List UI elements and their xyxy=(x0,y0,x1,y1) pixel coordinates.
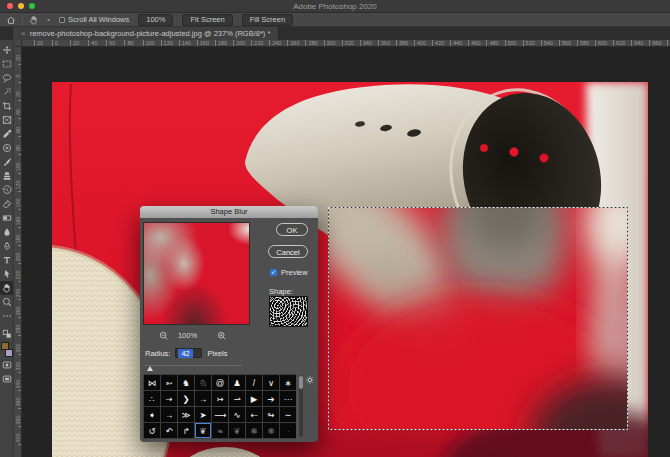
color-swatches[interactable] xyxy=(1,342,13,357)
lasso-tool[interactable] xyxy=(0,71,13,85)
shape-option-heavy-arrow[interactable]: ➔ xyxy=(263,391,279,406)
type-tool[interactable] xyxy=(0,253,13,267)
shape-option-double-chevron-arrow[interactable]: ≫ xyxy=(178,407,194,422)
crop-tool[interactable] xyxy=(0,99,13,113)
shape-option-ornament-5[interactable]: ❋ xyxy=(263,423,279,438)
slider-thumb[interactable] xyxy=(147,366,153,371)
shape-option-triangle-arrow[interactable]: ▶ xyxy=(246,391,262,406)
default-colors[interactable] xyxy=(0,327,13,341)
v-ruler-tick xyxy=(18,245,21,246)
zoom-tool[interactable] xyxy=(0,295,13,309)
fit-screen-button[interactable]: Fit Screen xyxy=(182,14,232,26)
cancel-button[interactable]: Cancel xyxy=(268,245,308,258)
eraser-tool[interactable] xyxy=(0,197,13,211)
shape-option-dashed-arrow[interactable]: ⇢ xyxy=(161,391,177,406)
shape-option-half-arrow[interactable]: ⇀ xyxy=(229,391,245,406)
shape-option-bone[interactable]: ⋈ xyxy=(144,375,160,390)
shape-option-paw-print[interactable]: ∗ xyxy=(280,375,296,390)
shape-option-fish-arrow[interactable]: ➳ xyxy=(161,375,177,390)
shape-grid-scrollbar[interactable] xyxy=(299,375,303,437)
gradient-tool[interactable] xyxy=(0,211,13,225)
path-selection-tool[interactable] xyxy=(0,267,13,281)
shape-option-dashes[interactable]: ⋯ xyxy=(280,391,296,406)
magic-wand-tool[interactable] xyxy=(0,85,13,99)
zoom-100-button[interactable]: 100% xyxy=(138,14,173,26)
h-ruler-label: 360 xyxy=(378,40,390,47)
gear-icon[interactable] xyxy=(305,375,315,385)
shape-option-ornament-3[interactable]: ❦ xyxy=(229,423,245,438)
document-tab-bar: × remove-photoshop-background-picture-ad… xyxy=(0,27,670,40)
fill-screen-button[interactable]: Fill Screen xyxy=(242,14,293,26)
zoom-in-icon[interactable] xyxy=(217,331,227,343)
home-icon[interactable] xyxy=(5,14,17,26)
h-ruler-label: 500 xyxy=(505,40,517,47)
h-ruler-label: 340 xyxy=(360,40,372,47)
hand-tool-icon[interactable] xyxy=(28,14,40,26)
window-title: Adobe Photoshop 2020 xyxy=(0,2,670,11)
radius-slider[interactable] xyxy=(145,365,242,371)
h-ruler-label: 660 xyxy=(649,40,661,47)
shape-option-paw-print-2[interactable]: ∴ xyxy=(144,391,160,406)
preview-checkbox[interactable]: ✓ xyxy=(270,269,277,276)
shape-label: Shape: xyxy=(269,287,293,296)
shape-option-wide-block-arrow[interactable]: ➤ xyxy=(195,407,211,422)
preview-option[interactable]: ✓ Preview xyxy=(270,268,308,277)
v-ruler-tick xyxy=(18,118,21,119)
shape-option-block-arrow[interactable]: ➧ xyxy=(144,407,160,422)
scrollbar-thumb[interactable] xyxy=(299,376,303,389)
screen-mode-button[interactable] xyxy=(0,372,13,386)
blur-tool[interactable] xyxy=(0,225,13,239)
brush-tool[interactable] xyxy=(0,155,13,169)
shape-option-curve-arrow-cw[interactable]: ↶ xyxy=(161,423,177,438)
h-ruler-label: 60 xyxy=(106,40,115,47)
v-ruler-label: 220 xyxy=(15,269,21,281)
shape-option-wave[interactable]: ∼ xyxy=(280,407,296,422)
foreground-color-swatch[interactable] xyxy=(1,342,9,350)
pen-tool[interactable] xyxy=(0,239,13,253)
shape-option-chevron[interactable]: ❯ xyxy=(178,391,194,406)
scroll-all-windows-checkbox[interactable] xyxy=(59,17,65,23)
chevron-down-icon[interactable] xyxy=(45,14,52,26)
shape-option-long-arrow[interactable]: ⟶ xyxy=(212,407,228,422)
scroll-all-windows-option[interactable]: Scroll All Windows xyxy=(59,15,129,24)
shape-option-thin-arrow[interactable]: → xyxy=(195,391,211,406)
shape-option-hook-arrow[interactable]: ↬ xyxy=(263,407,279,422)
shape-option-cat[interactable]: ♞ xyxy=(178,375,194,390)
close-tab-icon[interactable]: × xyxy=(21,29,26,38)
shape-option-short-arrow[interactable]: → xyxy=(161,407,177,422)
slider-track xyxy=(145,365,242,366)
shape-option-slash[interactable]: / xyxy=(246,375,262,390)
eyedropper-tool[interactable] xyxy=(0,127,13,141)
history-brush-tool[interactable] xyxy=(0,183,13,197)
shape-option-dashed-arrow-left[interactable]: ⇠ xyxy=(246,407,262,422)
shape-option-corner-arrow[interactable]: ↱ xyxy=(178,423,194,438)
edit-toolbar[interactable] xyxy=(0,309,13,323)
move-tool[interactable] xyxy=(0,43,13,57)
h-ruler-label: 120 xyxy=(161,40,173,47)
hand-tool[interactable] xyxy=(0,281,13,295)
shape-option-bird[interactable]: ∨ xyxy=(263,375,279,390)
shape-option-arrow-tail[interactable]: ↣ xyxy=(212,391,228,406)
background-color-swatch[interactable] xyxy=(5,349,13,357)
shape-option-curve-arrow-ccw[interactable]: ↺ xyxy=(144,423,160,438)
shape-option-wave-dashes[interactable]: ∿ xyxy=(229,407,245,422)
shape-option-ornament-1[interactable]: ❦ xyxy=(195,423,211,438)
v-ruler-label: 340 xyxy=(15,378,21,390)
shape-option-ornament-2[interactable]: ❧ xyxy=(212,423,228,438)
shape-option-ornament-6[interactable]: ∙ xyxy=(280,423,296,438)
dialog-title[interactable]: Shape Blur xyxy=(140,206,318,218)
shape-option-dog[interactable]: ♘ xyxy=(195,375,211,390)
blur-preview-thumbnail[interactable] xyxy=(143,222,250,325)
marquee-tool[interactable] xyxy=(0,57,13,71)
shape-option-rabbit[interactable]: ♟ xyxy=(229,375,245,390)
ok-button[interactable]: OK xyxy=(276,223,308,236)
shape-option-ornament-4[interactable]: ❃ xyxy=(246,423,262,438)
frame-tool[interactable] xyxy=(0,113,13,127)
quick-mask-button[interactable] xyxy=(0,358,13,372)
v-ruler-label: 140 xyxy=(15,197,21,209)
radius-input[interactable]: 42 xyxy=(175,348,202,358)
document-tab[interactable]: × remove-photoshop-background-picture-ad… xyxy=(13,27,279,40)
shape-option-snail[interactable]: @ xyxy=(212,375,228,390)
healing-brush-tool[interactable] xyxy=(0,141,13,155)
clone-stamp-tool[interactable] xyxy=(0,169,13,183)
